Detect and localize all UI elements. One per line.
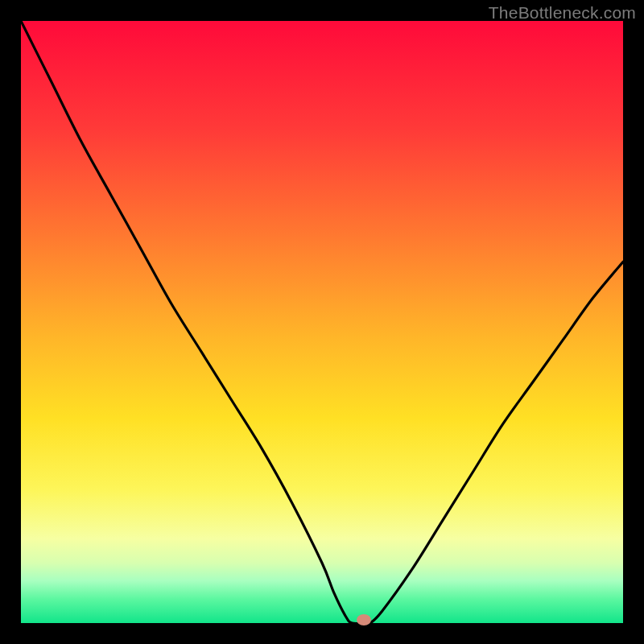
optimal-point-marker: [357, 614, 371, 625]
plot-area: [21, 21, 623, 623]
outer-frame: TheBottleneck.com: [0, 0, 644, 644]
bottleneck-curve: [21, 21, 623, 623]
watermark-text: TheBottleneck.com: [489, 3, 636, 23]
